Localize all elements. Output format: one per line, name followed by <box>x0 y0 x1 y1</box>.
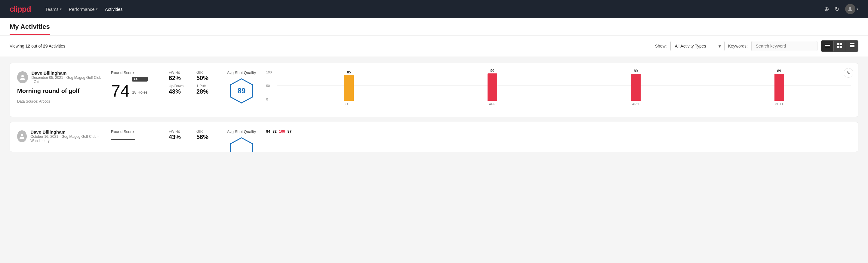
card-left-1: Dave Billingham October 16, 2021 - Gog M… <box>17 129 101 147</box>
bar-app-0 <box>488 74 497 101</box>
user-avatar-1 <box>17 130 27 142</box>
activity-title-0: Morning round of golf <box>17 88 101 94</box>
chart-bar-col-putt-0: 89 <box>710 69 848 101</box>
hexagon-container-1 <box>228 136 255 152</box>
svg-rect-2 <box>825 45 830 46</box>
header: clippd Teams ▾ Performance ▾ Activities … <box>0 0 868 18</box>
svg-rect-5 <box>840 43 842 45</box>
view-list-compact-button[interactable] <box>822 40 834 52</box>
hexagon-icon-1 <box>228 136 255 152</box>
bar-ott-0 <box>344 75 354 101</box>
svg-rect-8 <box>850 43 855 44</box>
chart-bars-0: 85 90 89 89 <box>277 70 851 101</box>
stat-gir-1: GIR 56% <box>196 129 217 141</box>
performance-chevron-icon: ▾ <box>96 7 98 11</box>
nav-activities[interactable]: Activities <box>105 5 123 13</box>
bar-putt-0 <box>774 74 784 101</box>
svg-marker-14 <box>230 138 253 152</box>
user-date-1: October 16, 2021 - Gog Magog Golf Club -… <box>30 135 101 143</box>
score-number-0: 74 <box>111 83 130 99</box>
keywords-label: Keywords: <box>728 43 748 49</box>
avatar-button[interactable]: ▾ <box>845 4 858 14</box>
chart-section-1: 94 82 106 87 <box>266 129 851 134</box>
user-date-0: December 05, 2021 - Gog Magog Golf Club … <box>32 76 101 84</box>
stat-gir-0: GIR 50% <box>196 70 217 82</box>
nav-teams[interactable]: Teams ▾ <box>45 5 62 13</box>
activity-type-select-wrapper: All Activity Types <box>671 41 724 51</box>
round-score-section-1: Round Score <box>111 129 159 140</box>
chart-bar-col-ott-0: 85 <box>280 70 418 101</box>
card-left-0: Dave Billingham December 05, 2021 - Gog … <box>17 70 101 104</box>
chart-x-labels-0: OTT APP ARG PUTT <box>277 101 851 106</box>
score-dash-1 <box>111 139 135 140</box>
teams-chevron-icon: ▾ <box>60 7 62 11</box>
activities-list: Dave Billingham December 05, 2021 - Gog … <box>0 57 868 163</box>
svg-rect-7 <box>840 46 842 48</box>
main-nav: Teams ▾ Performance ▾ Activities <box>45 5 123 13</box>
svg-rect-6 <box>837 46 839 48</box>
edit-button-0[interactable]: ✎ <box>844 68 853 78</box>
round-score-label-1: Round Score <box>111 129 159 134</box>
user-row-0: Dave Billingham December 05, 2021 - Gog … <box>17 70 101 84</box>
view-toggle <box>821 40 858 52</box>
avatar-chevron-icon: ▾ <box>857 7 858 11</box>
score-badge-0: +4 <box>132 77 147 82</box>
stats-section-1: FW Hit 43% GIR 56% <box>169 129 217 141</box>
hexagon-container-0: 89 <box>228 77 255 105</box>
show-label: Show: <box>655 43 667 49</box>
view-list-detail-button[interactable] <box>846 40 858 52</box>
logo: clippd <box>10 4 31 14</box>
user-row-1: Dave Billingham October 16, 2021 - Gog M… <box>17 129 101 143</box>
bar-arg-0 <box>631 74 641 101</box>
page-header: My Activities <box>0 18 868 35</box>
nav-performance[interactable]: Performance ▾ <box>69 5 98 13</box>
svg-rect-10 <box>850 46 855 47</box>
stats-grid-0: FW Hit 62% GIR 50% Up/Down 43% 1 Putt 28… <box>169 70 217 95</box>
quality-label-1: Avg Shot Quality <box>226 129 256 134</box>
stats-grid-1: FW Hit 43% GIR 56% <box>169 129 217 141</box>
header-right: ⊕ ↻ ▾ <box>824 4 858 14</box>
stat-1putt-0: 1 Putt 28% <box>196 84 217 95</box>
add-icon[interactable]: ⊕ <box>824 5 829 12</box>
hex-number-0: 89 <box>238 87 246 95</box>
user-info-1: Dave Billingham October 16, 2021 - Gog M… <box>30 129 101 143</box>
toolbar-right: Show: All Activity Types Keywords: <box>655 40 858 52</box>
page-title: My Activities <box>10 23 50 35</box>
score-main-0: 74 +4 18 Holes <box>111 77 159 99</box>
chart-y-axis-0: 100 50 0 <box>266 70 272 101</box>
data-source-0: Data Source: Arccos <box>17 99 101 104</box>
stat-updown-0: Up/Down 43% <box>169 84 189 95</box>
quality-label-0: Avg Shot Quality <box>226 70 256 75</box>
svg-rect-9 <box>850 45 855 46</box>
refresh-icon[interactable]: ↻ <box>835 5 840 12</box>
svg-point-0 <box>849 7 851 9</box>
svg-rect-1 <box>825 43 830 44</box>
avatar <box>845 4 856 14</box>
stat-fwhit-0: FW Hit 62% <box>169 70 189 82</box>
quality-section-1: Avg Shot Quality <box>226 129 256 152</box>
quality-section-0: Avg Shot Quality 89 <box>226 70 256 105</box>
search-input[interactable] <box>751 41 817 51</box>
svg-point-13 <box>21 134 23 136</box>
svg-rect-4 <box>837 43 839 45</box>
stat-fwhit-1: FW Hit 43% <box>169 129 189 141</box>
svg-point-11 <box>21 75 24 77</box>
round-score-section-0: Round Score 74 +4 18 Holes <box>111 70 159 99</box>
user-name-1: Dave Billingham <box>30 129 101 135</box>
activity-type-select[interactable]: All Activity Types <box>671 41 724 51</box>
user-name-0: Dave Billingham <box>32 70 101 76</box>
user-info-0: Dave Billingham December 05, 2021 - Gog … <box>32 70 101 84</box>
user-avatar-0 <box>17 71 28 83</box>
chart-bar-col-arg-0: 89 <box>567 69 705 101</box>
svg-rect-3 <box>825 47 830 47</box>
viewing-text: Viewing 12 out of 29 Activities <box>10 43 65 49</box>
activity-card-0: Dave Billingham December 05, 2021 - Gog … <box>10 63 858 117</box>
stats-section-0: FW Hit 62% GIR 50% Up/Down 43% 1 Putt 28… <box>169 70 217 95</box>
toolbar: Viewing 12 out of 29 Activities Show: Al… <box>0 35 868 57</box>
activity-card-1: Dave Billingham October 16, 2021 - Gog M… <box>10 122 858 152</box>
score-holes-0: 18 Holes <box>132 90 147 94</box>
round-score-label-0: Round Score <box>111 70 159 75</box>
chart-section-0: 100 50 0 85 90 89 <box>266 70 851 110</box>
view-grid-button[interactable] <box>834 40 846 52</box>
chart-bar-col-app-0: 90 <box>423 68 562 101</box>
